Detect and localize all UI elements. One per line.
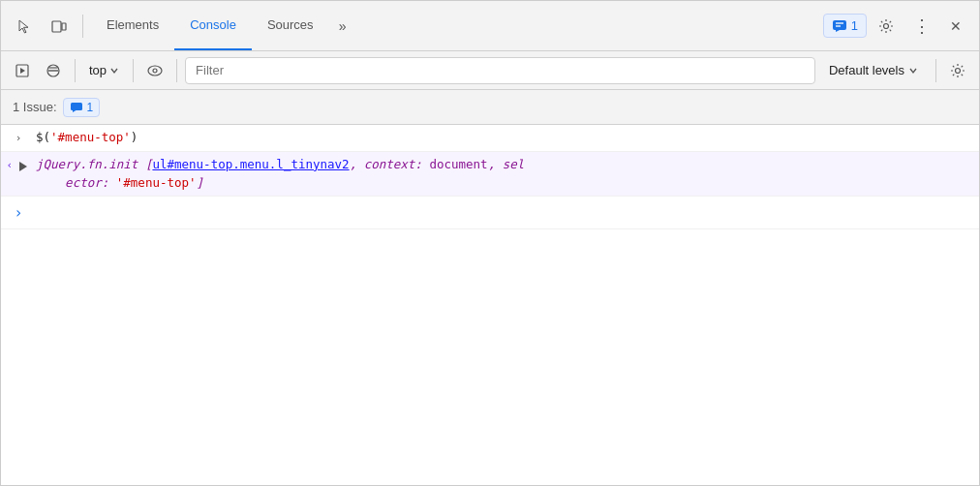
more-vert-icon: ⋮ bbox=[913, 15, 930, 37]
levels-chevron-icon bbox=[908, 66, 918, 76]
default-levels-button[interactable]: Default levels bbox=[819, 59, 928, 81]
context-selector[interactable]: top bbox=[83, 60, 125, 80]
input-arrow: › bbox=[1, 129, 36, 147]
live-expressions-button[interactable] bbox=[141, 57, 168, 84]
toolbar2-divider4 bbox=[935, 59, 936, 82]
tab-console[interactable]: Console bbox=[174, 1, 252, 50]
object-link[interactable]: ul#menu-top.menu.l_tinynav2 bbox=[152, 157, 349, 171]
close-devtools-button[interactable]: ✕ bbox=[940, 11, 971, 42]
settings-icon bbox=[950, 63, 965, 78]
svg-point-12 bbox=[153, 69, 157, 73]
output-arrow: ‹ bbox=[1, 156, 36, 174]
svg-rect-0 bbox=[52, 21, 61, 32]
cursor-icon bbox=[16, 18, 32, 34]
messages-badge[interactable]: 1 bbox=[823, 14, 867, 38]
message-icon bbox=[832, 19, 847, 33]
issue-count: 1 bbox=[87, 101, 94, 114]
top-toolbar: Elements Console Sources » 1 ⋮ ✕ bbox=[1, 1, 979, 51]
issues-label: 1 Issue: bbox=[13, 100, 57, 114]
console-settings-button[interactable] bbox=[944, 57, 971, 84]
execute-context-button[interactable] bbox=[9, 57, 36, 84]
console-output: › $('#menu-top') ‹ jQuery.fn.init [ul#me… bbox=[1, 125, 979, 486]
svg-point-5 bbox=[884, 23, 889, 28]
more-options-button[interactable]: ⋮ bbox=[905, 11, 936, 42]
frame-icon bbox=[15, 63, 30, 78]
prompt-arrow: › bbox=[1, 200, 36, 225]
toolbar2-divider3 bbox=[176, 59, 177, 82]
tab-elements[interactable]: Elements bbox=[91, 1, 174, 50]
right-icons: 1 ⋮ ✕ bbox=[823, 11, 971, 42]
svg-rect-2 bbox=[833, 20, 846, 30]
issue-message-icon bbox=[70, 102, 83, 113]
second-toolbar: top Default levels bbox=[1, 51, 979, 90]
messages-count: 1 bbox=[851, 18, 858, 33]
svg-point-11 bbox=[148, 66, 162, 76]
cursor-tool-button[interactable] bbox=[9, 11, 40, 42]
console-output-line: ‹ jQuery.fn.init [ul#menu-top.menu.l_tin… bbox=[1, 152, 979, 197]
device-toggle-button[interactable] bbox=[44, 11, 75, 42]
filter-input[interactable] bbox=[185, 57, 815, 84]
toolbar2-divider bbox=[75, 59, 76, 82]
close-icon: ✕ bbox=[950, 18, 962, 34]
issue-badge[interactable]: 1 bbox=[63, 98, 101, 117]
output-content: jQuery.fn.init [ul#menu-top.menu.l_tinyn… bbox=[36, 156, 971, 193]
issues-bar: 1 Issue: 1 bbox=[1, 90, 979, 125]
tab-sources[interactable]: Sources bbox=[252, 1, 329, 50]
gear-icon bbox=[878, 18, 894, 34]
context-label: top bbox=[89, 63, 107, 77]
eye-icon bbox=[146, 64, 164, 77]
svg-point-13 bbox=[956, 68, 961, 73]
clear-console-button[interactable] bbox=[40, 57, 67, 84]
svg-rect-1 bbox=[62, 23, 66, 30]
expand-triangle[interactable] bbox=[19, 162, 27, 171]
default-levels-label: Default levels bbox=[829, 63, 904, 77]
clear-icon bbox=[46, 63, 61, 78]
svg-rect-14 bbox=[71, 103, 82, 110]
console-prompt-line[interactable]: › bbox=[1, 197, 979, 229]
more-tabs-button[interactable]: » bbox=[329, 13, 356, 40]
device-icon bbox=[51, 18, 67, 34]
toolbar2-divider2 bbox=[133, 59, 134, 82]
console-input-line: › $('#menu-top') bbox=[1, 125, 979, 152]
settings-button[interactable] bbox=[871, 11, 902, 42]
tab-bar: Elements Console Sources » bbox=[91, 1, 819, 50]
chevron-down-icon bbox=[109, 66, 119, 76]
svg-marker-7 bbox=[20, 68, 25, 74]
toolbar-divider bbox=[82, 15, 83, 38]
input-content: $('#menu-top') bbox=[36, 129, 971, 147]
